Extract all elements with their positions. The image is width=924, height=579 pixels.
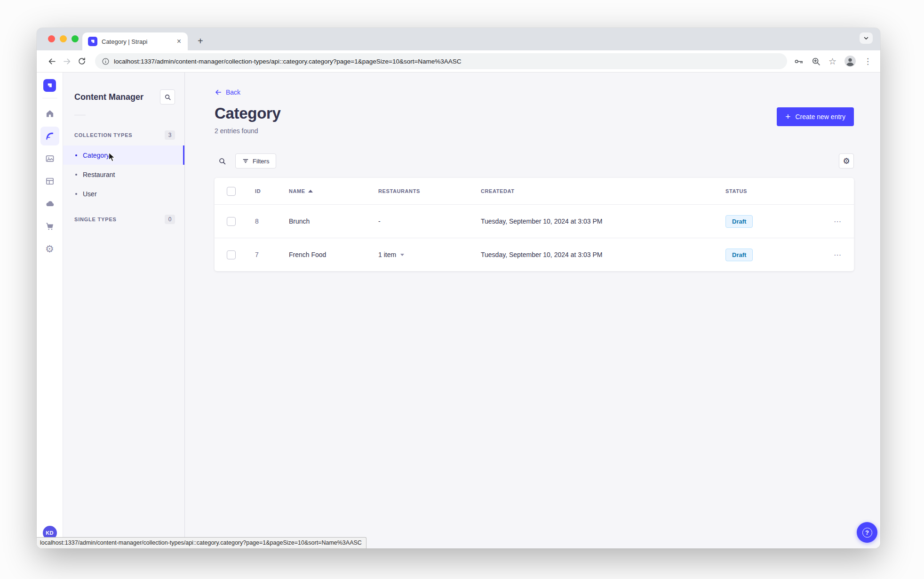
back-nav-icon[interactable]: [45, 57, 58, 66]
mouse-cursor: [108, 152, 116, 162]
content-manager-subnav: Content Manager COLLECTION TYPES 3 Categ…: [63, 72, 185, 548]
question-mark-icon: ?: [862, 528, 872, 538]
select-all-checkbox[interactable]: [227, 187, 236, 196]
url-bar[interactable]: localhost:1337/admin/content-manager/col…: [95, 53, 787, 69]
row-actions-menu-icon[interactable]: ⋯: [809, 217, 842, 226]
nav-home-icon[interactable]: [40, 102, 59, 125]
tab-title: Category | Strapi: [102, 38, 171, 45]
strapi-app: ⚙ KD Content Manager COLLECTION TYPES 3: [37, 72, 880, 548]
maximize-window-button[interactable]: [72, 35, 79, 42]
browser-tab[interactable]: Category | Strapi ×: [82, 32, 188, 50]
browser-tab-strip: Category | Strapi × +: [37, 28, 880, 50]
sidebar-item-user[interactable]: User: [63, 184, 184, 203]
row-checkbox[interactable]: [227, 250, 236, 259]
plus-icon: +: [785, 112, 790, 121]
table-header-row: ID NAME RESTAURANTS CREATEDAT STATUS: [215, 178, 854, 204]
minimize-window-button[interactable]: [60, 35, 67, 42]
main-content: Back Category 2 entries found + Create n…: [185, 72, 880, 548]
page-title: Category: [215, 105, 281, 122]
entries-count: 2 entries found: [215, 127, 281, 135]
collection-types-section: COLLECTION TYPES 3: [63, 128, 184, 143]
reload-icon[interactable]: [75, 57, 88, 65]
bookmark-star-icon[interactable]: ☆: [828, 56, 836, 66]
sidebar-item-category[interactable]: Category: [63, 145, 184, 165]
create-new-entry-button[interactable]: + Create new entry: [777, 107, 854, 126]
nav-media-library-icon[interactable]: [40, 147, 59, 170]
table-row[interactable]: 8 Brunch - Tuesday, September 10, 2024 a…: [215, 204, 854, 238]
column-header-id[interactable]: ID: [255, 188, 289, 194]
link-preview-status-bar: localhost:1337/admin/content-manager/col…: [37, 537, 366, 548]
nav-divider: [42, 98, 57, 98]
single-types-label: SINGLE TYPES: [74, 217, 117, 222]
browser-window: Category | Strapi × + localhost:1337/adm…: [37, 28, 880, 548]
tab-close-icon[interactable]: ×: [175, 37, 183, 46]
cell-id: 7: [255, 251, 289, 258]
subnav-title: Content Manager: [74, 92, 143, 102]
browser-toolbar: localhost:1337/admin/content-manager/col…: [37, 50, 880, 72]
column-header-name[interactable]: NAME: [289, 188, 378, 194]
status-badge: Draft: [725, 215, 753, 228]
single-types-section: SINGLE TYPES 0: [63, 212, 184, 227]
table-row[interactable]: 7 French Food 1 item Tuesday, September …: [215, 238, 854, 271]
gear-icon: ⚙: [843, 157, 850, 165]
sort-ascending-icon: [308, 190, 313, 193]
nav-deploy-cloud-icon[interactable]: [40, 193, 59, 215]
cell-name: French Food: [289, 251, 378, 258]
page-info-icon[interactable]: [102, 57, 110, 65]
cell-restaurants[interactable]: 1 item: [378, 251, 481, 258]
window-controls: [48, 35, 79, 42]
password-key-icon[interactable]: [794, 56, 804, 66]
cell-name: Brunch: [289, 217, 378, 225]
back-arrow-icon: [215, 88, 222, 96]
subnav-search-button[interactable]: [160, 89, 175, 105]
nav-content-manager-icon[interactable]: [40, 127, 59, 145]
collection-types-list: Category Restaurant User: [63, 145, 184, 203]
url-text[interactable]: localhost:1337/admin/content-manager/col…: [114, 58, 462, 65]
zoom-magnifier-icon[interactable]: [811, 56, 821, 66]
bullet-icon: [75, 154, 77, 156]
subnav-divider: [74, 115, 86, 115]
filter-icon: [242, 158, 249, 164]
status-badge: Draft: [725, 249, 753, 261]
column-header-restaurants[interactable]: RESTAURANTS: [378, 188, 481, 194]
nav-marketplace-icon[interactable]: [40, 215, 59, 238]
collection-types-label: COLLECTION TYPES: [74, 132, 132, 138]
cell-restaurants: -: [378, 217, 481, 225]
main-nav-rail: ⚙ KD: [37, 72, 63, 548]
browser-menu-icon[interactable]: ⋮: [864, 56, 872, 66]
search-icon: [218, 157, 226, 165]
filters-toolbar: Filters ⚙: [215, 153, 854, 169]
cell-createdat: Tuesday, September 10, 2024 at 3:03 PM: [481, 251, 725, 258]
cell-createdat: Tuesday, September 10, 2024 at 3:03 PM: [481, 217, 725, 225]
cell-id: 8: [255, 217, 289, 225]
help-button[interactable]: ?: [857, 522, 877, 543]
nav-settings-gear-icon[interactable]: ⚙: [40, 238, 59, 260]
toolbar-actions: ☆ ⋮: [794, 55, 874, 67]
back-link[interactable]: Back: [215, 88, 240, 96]
entries-table: ID NAME RESTAURANTS CREATEDAT STATUS 8 B…: [215, 178, 854, 271]
table-settings-button[interactable]: ⚙: [839, 153, 854, 169]
table-search-button[interactable]: [215, 153, 230, 169]
strapi-favicon-icon: [88, 37, 97, 46]
column-header-status[interactable]: STATUS: [725, 188, 809, 194]
collection-types-count-badge: 3: [165, 130, 175, 140]
single-types-count-badge: 0: [165, 215, 175, 224]
row-actions-menu-icon[interactable]: ⋯: [809, 250, 842, 259]
forward-nav-icon[interactable]: [60, 57, 73, 66]
bullet-icon: [75, 174, 77, 176]
new-tab-button[interactable]: +: [194, 35, 207, 47]
filters-button[interactable]: Filters: [235, 153, 276, 169]
close-window-button[interactable]: [48, 35, 55, 42]
bullet-icon: [75, 193, 77, 195]
profile-avatar-icon[interactable]: [844, 55, 856, 67]
strapi-logo-icon[interactable]: [43, 79, 56, 92]
search-icon: [164, 94, 171, 101]
tab-search-chevron-icon[interactable]: [860, 32, 873, 44]
nav-content-type-builder-icon[interactable]: [40, 170, 59, 193]
chevron-down-icon: [400, 254, 404, 256]
column-header-createdat[interactable]: CREATEDAT: [481, 188, 725, 194]
row-checkbox[interactable]: [227, 217, 236, 226]
sidebar-item-restaurant[interactable]: Restaurant: [63, 165, 184, 184]
